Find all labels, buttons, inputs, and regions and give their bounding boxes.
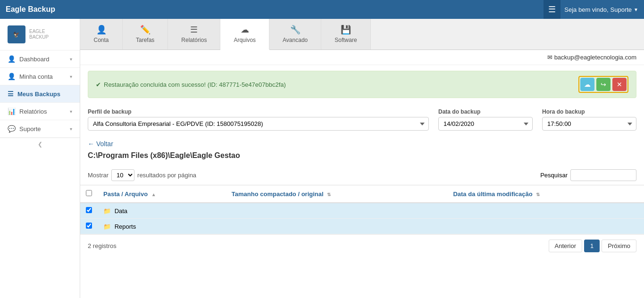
dashboard-icon: 👤 — [8, 55, 16, 63]
tab-label: Arquivos — [234, 37, 256, 43]
backup-date-filter: Data do backup 14/02/2020 — [438, 108, 533, 131]
search-controls: Pesquisar — [540, 169, 636, 181]
table-row: 📁 Data — [80, 203, 644, 219]
banner-actions: ☁ ↪ ✕ — [578, 76, 628, 93]
row-date — [447, 203, 644, 219]
relatorios-tab-icon: ☰ — [190, 25, 198, 35]
sidebar-collapse-button[interactable]: ❮ — [0, 138, 80, 150]
arquivos-icon: ☁ — [241, 25, 249, 35]
path-title: C:\Program Files (x86)\Eagle\Eagle Gesta… — [80, 149, 644, 166]
row-size — [226, 203, 448, 219]
search-input[interactable] — [570, 169, 636, 181]
sidebar-logo: 🦅 EAGLE BACKUP — [0, 19, 80, 50]
back-section: ← Voltar — [80, 135, 644, 149]
sidebar-item-dashboard[interactable]: 👤 Dashboard ▾ — [0, 50, 80, 68]
row-size — [226, 219, 448, 234]
meus-backups-icon: ☰ — [8, 90, 14, 98]
sidebar-item-suporte[interactable]: 💬 Suporte ▾ — [0, 120, 80, 138]
sidebar-item-label: Minha conta — [19, 73, 53, 80]
sidebar-item-label: Suporte — [19, 125, 41, 132]
sidebar-item-relatorios[interactable]: 📊 Relatórios ▾ — [0, 103, 80, 120]
software-icon: 💾 — [341, 25, 351, 35]
folder-icon: 📁 — [103, 207, 111, 215]
sidebar-item-label: Meus Backups — [17, 91, 60, 98]
pagination-bar: 2 registros Anterior 1 Próximo — [80, 234, 644, 257]
folder-icon: 📁 — [103, 223, 111, 230]
user-dropdown-arrow[interactable]: ▼ — [634, 7, 638, 12]
tab-arquivos[interactable]: ☁ Arquivos — [220, 19, 269, 50]
backup-profile-filter: Perfil de backup Alfa Consultoria Empres… — [88, 108, 429, 131]
email-bar: ✉ backup@eagletecnologia.com — [80, 50, 644, 65]
close-button[interactable]: ✕ — [612, 78, 627, 91]
select-all-checkbox[interactable] — [86, 190, 92, 196]
sort-asc-icon: ▲ — [151, 192, 156, 197]
sidebar: 🦅 EAGLE BACKUP 👤 Dashboard ▾ 👤 Minha con… — [0, 19, 80, 298]
sidebar-item-meus-backups[interactable]: ☰ Meus Backups — [0, 85, 80, 103]
backup-date-label: Data do backup — [438, 108, 533, 115]
table-controls: Mostrar 10 resultados por página Pesquis… — [80, 166, 644, 185]
row-checkbox[interactable] — [86, 223, 92, 229]
row-checkbox-cell — [80, 203, 98, 219]
success-banner: ✔ Restauração concluída com sucesso! (ID… — [88, 71, 636, 98]
page-1-button[interactable]: 1 — [584, 240, 600, 252]
backup-time-select[interactable]: 17:50:00 — [542, 117, 636, 131]
filters: Perfil de backup Alfa Consultoria Empres… — [80, 104, 644, 135]
success-banner-text: ✔ Restauração concluída com sucesso! (ID… — [96, 81, 286, 88]
backup-profile-label: Perfil de backup — [88, 108, 429, 115]
name-column-header[interactable]: Pasta / Arquivo ▲ — [98, 185, 226, 203]
tab-label: Avancado — [283, 37, 308, 43]
tab-software[interactable]: 💾 Software — [321, 19, 370, 50]
backup-date-select[interactable]: 14/02/2020 — [438, 117, 533, 131]
logo-icon: 🦅 — [8, 25, 25, 43]
tab-conta[interactable]: 👤 Conta — [80, 19, 123, 50]
success-message: Restauração concluída com sucesso! (ID: … — [104, 81, 286, 88]
email-address: backup@eagletecnologia.com — [554, 54, 636, 61]
row-checkbox[interactable] — [86, 207, 92, 213]
select-all-header — [80, 185, 98, 203]
backup-profile-select[interactable]: Alfa Consultoria Empresarial - EG/PDVE (… — [88, 117, 429, 131]
back-link[interactable]: ← Voltar — [88, 140, 113, 148]
pagination: Anterior 1 Próximo — [549, 240, 636, 252]
show-label: Mostrar — [88, 172, 109, 179]
file-name: Reports — [115, 223, 136, 230]
tab-relatorios[interactable]: ☰ Relatórios — [168, 19, 220, 50]
logo-text: EAGLE BACKUP — [29, 29, 49, 40]
chevron-down-icon: ▾ — [70, 109, 72, 114]
size-column-header[interactable]: Tamanho compactado / original ⇅ — [226, 185, 448, 203]
collapse-icon: ❮ — [38, 141, 42, 148]
suporte-icon: 💬 — [8, 125, 16, 132]
chevron-down-icon: ▾ — [70, 57, 72, 62]
chevron-down-icon: ▾ — [70, 74, 72, 79]
email-icon: ✉ — [547, 54, 552, 61]
top-header: Eagle Backup ☰ Seja bem vindo, Suporte ▼ — [0, 0, 644, 19]
tab-tarefas[interactable]: ✏️ Tarefas — [123, 19, 168, 50]
tab-avancado[interactable]: 🔧 Avancado — [269, 19, 321, 50]
redo-button[interactable]: ↪ — [596, 78, 611, 91]
content-area: 👤 Conta ✏️ Tarefas ☰ Relatórios ☁ Arquiv… — [80, 19, 644, 298]
close-icon: ✕ — [617, 81, 622, 88]
backup-time-label: Hora do backup — [542, 108, 636, 115]
next-page-button[interactable]: Próximo — [602, 240, 636, 252]
backup-time-filter: Hora do backup 17:50:00 — [542, 108, 636, 131]
avancado-icon: 🔧 — [290, 25, 301, 35]
row-name: 📁 Reports — [98, 219, 226, 234]
per-page-label: resultados por página — [137, 172, 196, 179]
hamburger-button[interactable]: ☰ — [544, 0, 560, 19]
back-link-label: Voltar — [96, 140, 113, 148]
check-icon: ✔ — [96, 81, 101, 88]
sidebar-item-minha-conta[interactable]: 👤 Minha conta ▾ — [0, 68, 80, 85]
file-table: Pasta / Arquivo ▲ Tamanho compactado / o… — [80, 185, 644, 234]
upload-button[interactable]: ☁ — [580, 78, 594, 91]
record-count: 2 registros — [88, 242, 117, 249]
sort-icon: ⇅ — [536, 192, 540, 197]
prev-page-button[interactable]: Anterior — [549, 240, 583, 252]
tab-label: Relatórios — [181, 37, 207, 43]
row-name: 📁 Data — [98, 203, 226, 219]
file-name: Data — [115, 207, 127, 215]
nav-tabs: 👤 Conta ✏️ Tarefas ☰ Relatórios ☁ Arquiv… — [80, 19, 644, 50]
app-title: Eagle Backup — [6, 5, 55, 14]
show-per-page-select[interactable]: 10 — [111, 169, 134, 181]
row-date — [447, 219, 644, 234]
date-column-header[interactable]: Data da última modificação ⇅ — [447, 185, 644, 203]
tab-label: Tarefas — [136, 37, 154, 43]
